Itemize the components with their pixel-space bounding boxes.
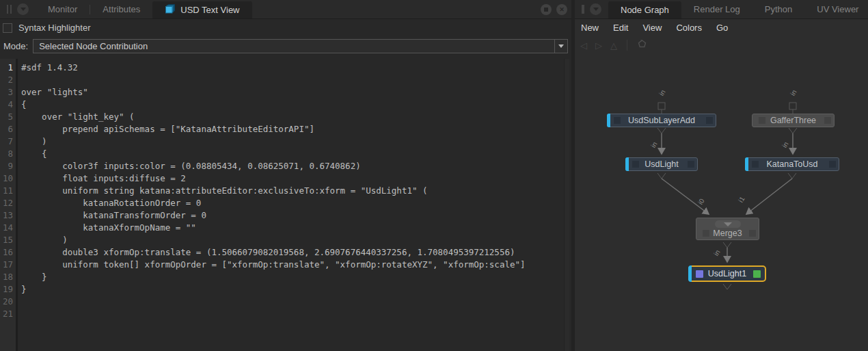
node-gafferthree[interactable]: GafferThree [752,114,835,127]
flag-slot[interactable] [829,161,836,168]
usd-layers-icon [165,3,176,16]
pane-drag-handle[interactable] [7,5,12,14]
chevron-down-icon [593,8,599,11]
code-line: 9 color3f inputs:color = (0.08805434, 0.… [0,160,569,172]
output-port-triangle[interactable] [723,284,731,289]
viewed-stripe [607,114,610,127]
edit-flag[interactable] [753,270,761,278]
line-number: 3 [0,86,16,99]
node-label: UsdLight [645,159,678,169]
input-port-square[interactable] [789,103,796,109]
code-text: over "light_key" ( [21,111,135,123]
nav-forward-button[interactable]: ▷ [595,40,602,51]
flag-slot[interactable] [752,161,759,168]
code-line: 12 katanaRotationOrder = 0 [0,197,569,209]
pane-menu-button[interactable] [590,3,601,15]
code-line: 17 uniform token[] xformOpOrder = ["xfor… [0,259,569,271]
node-usdsublayeradd[interactable]: UsdSubLayerAdd [607,114,716,127]
code-scrollbar[interactable] [564,59,569,351]
input-port-square[interactable] [658,103,665,109]
node-usdlight[interactable]: UsdLight [625,157,698,171]
node-merge3[interactable]: Merge3 [696,218,759,240]
output-port-triangle[interactable] [723,242,731,248]
node-label: UsdSubLayerAdd [628,116,695,125]
flag-slot[interactable] [632,161,639,168]
menu-go[interactable]: Go [716,23,728,33]
code-text: { [21,148,47,160]
flag-slot[interactable] [688,161,694,168]
syntax-highlighter-checkbox[interactable] [3,23,12,33]
usd-text-view-pane: Monitor Attributes USD Text View ✕ Synta… [0,0,571,351]
menu-view[interactable]: View [642,23,662,33]
output-port-triangle[interactable] [789,128,797,133]
pane-menu-button[interactable] [17,3,29,15]
maximize-pane-button[interactable] [541,4,552,15]
line-number: 15 [0,234,16,246]
mode-row: Mode: Selected Node Contribution [0,36,571,56]
close-pane-button[interactable]: ✕ [556,4,567,15]
link[interactable] [662,179,709,214]
flag-slot[interactable] [749,230,756,237]
graph-links [575,53,868,351]
code-line: 16 double3 xformOp:translate = (1.506607… [0,246,569,259]
flag-slot[interactable] [706,117,713,124]
node-label: KatanaToUsd [766,159,817,169]
usd-code-editor[interactable]: 1#sdf 1.4.3223over "lights"4{5 over "lig… [0,59,569,351]
node-usdlight1[interactable]: UsdLight1 [688,265,766,282]
line-number: 13 [0,209,16,222]
line-number: 12 [0,197,16,209]
toolbar-separator [627,40,627,51]
output-port-triangle[interactable] [657,128,666,133]
flag-slot[interactable] [759,117,765,124]
line-number: 19 [0,283,16,296]
code-text: uniform token[] xformOpOrder = ["xformOp… [21,259,526,271]
merge-collapse-pill[interactable] [715,220,741,228]
menu-edit[interactable]: Edit [613,23,628,33]
viewed-stripe [745,157,748,171]
line-number: 21 [0,308,16,320]
link[interactable] [746,179,792,214]
code-text: ) [21,234,68,246]
code-text: float inputs:diffuse = 2 [21,172,186,185]
line-number: 9 [0,160,16,172]
code-line: 5 over "light_key" ( [0,111,569,123]
line-number: 5 [0,111,16,123]
tab-monitor[interactable]: Monitor [36,0,90,19]
flag-slot[interactable] [614,117,621,124]
tab-usd-text-view-label: USD Text View [180,5,239,15]
nav-back-button[interactable]: ◁ [580,40,587,51]
home-view-button[interactable] [637,39,647,52]
maximize-icon [544,8,548,12]
tab-python[interactable]: Python [752,0,804,19]
line-number: 2 [0,74,16,86]
tab-usd-text-view[interactable]: USD Text View [152,1,252,18]
tab-node-graph[interactable]: Node Graph [608,1,681,18]
flag-slot[interactable] [824,117,831,124]
mode-dropdown[interactable]: Selected Node Contribution [33,39,568,53]
line-number: 7 [0,135,16,148]
chevron-down-icon [21,8,26,11]
nav-up-button[interactable]: △ [610,40,617,51]
tab-uv-viewer[interactable]: UV Viewer [804,0,868,19]
code-text: over "lights" [21,86,88,99]
menu-new[interactable]: New [581,23,599,33]
flag-slot[interactable] [703,230,709,237]
line-number: 4 [0,99,16,111]
code-text: uniform string katana:attributeEditor:ex… [21,185,428,197]
node-graph-canvas[interactable]: in in in in i0 i1 in UsdSubLayerAdd Gaff… [575,53,868,351]
node-katanatousd[interactable]: KatanaToUsd [745,157,839,171]
tab-render-log[interactable]: Render Log [681,0,752,19]
close-icon: ✕ [559,6,565,13]
line-number: 6 [0,123,16,135]
menu-colors[interactable]: Colors [676,23,702,33]
node-label: GafferThree [770,116,816,125]
mode-dropdown-arrow-button[interactable] [554,40,567,53]
code-text: #sdf 1.4.32 [21,62,78,74]
output-port-triangle[interactable] [657,173,666,179]
line-number: 16 [0,246,16,259]
view-flag[interactable] [696,270,703,278]
code-line: 6 prepend apiSchemas = ["KatanaAttribute… [0,123,569,135]
output-port-triangle[interactable] [788,173,796,179]
tab-attributes[interactable]: Attributes [90,0,152,19]
pane-drag-handle[interactable] [582,5,584,14]
